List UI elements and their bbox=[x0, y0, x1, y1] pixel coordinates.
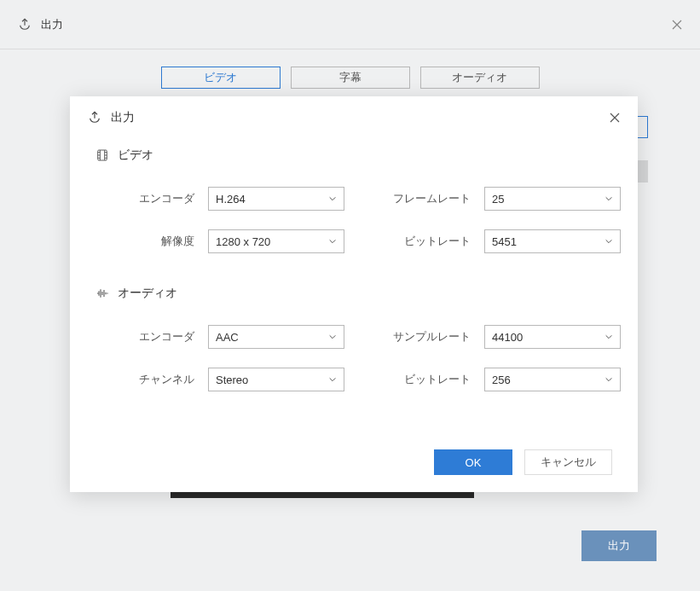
audio-section-title: オーディオ bbox=[118, 286, 177, 301]
film-icon bbox=[95, 148, 109, 162]
modal-footer: OK キャンセル bbox=[70, 444, 638, 492]
video-framerate-label: フレームレート bbox=[355, 191, 474, 206]
video-bitrate-label: ビットレート bbox=[355, 234, 474, 249]
video-encoder-value: H.264 bbox=[216, 193, 246, 206]
video-bitrate-value: 5451 bbox=[492, 235, 517, 248]
chevron-down-icon bbox=[605, 194, 613, 203]
audio-bitrate-select[interactable]: 256 bbox=[484, 368, 621, 391]
audio-encoder-select[interactable]: AAC bbox=[208, 325, 344, 349]
chevron-down-icon bbox=[605, 237, 613, 246]
chevron-down-icon bbox=[605, 333, 613, 341]
cancel-button[interactable]: キャンセル bbox=[524, 449, 612, 475]
cancel-button-label: キャンセル bbox=[541, 455, 596, 470]
audio-channel-label: チャンネル bbox=[95, 372, 198, 387]
video-framerate-select[interactable]: 25 bbox=[484, 187, 621, 211]
chevron-down-icon bbox=[328, 194, 337, 203]
export-icon bbox=[87, 110, 102, 125]
modal-header: 出力 bbox=[70, 96, 638, 139]
video-resolution-value: 1280 x 720 bbox=[216, 235, 270, 248]
close-icon[interactable] bbox=[609, 112, 621, 124]
audio-encoder-value: AAC bbox=[216, 331, 239, 344]
ok-button-label: OK bbox=[466, 456, 482, 469]
audio-channel-select[interactable]: Stereo bbox=[208, 368, 344, 391]
video-resolution-select[interactable]: 1280 x 720 bbox=[208, 229, 344, 253]
audio-section: オーディオ エンコーダ AAC サンプルレート 44100 チャンネル Ster… bbox=[95, 286, 612, 391]
audio-encoder-label: エンコーダ bbox=[95, 329, 198, 345]
video-resolution-label: 解像度 bbox=[95, 234, 198, 249]
export-settings-modal: 出力 ビデオ エンコーダ bbox=[70, 96, 638, 492]
ok-button[interactable]: OK bbox=[434, 449, 512, 475]
audio-samplerate-select[interactable]: 44100 bbox=[484, 325, 621, 349]
audio-channel-value: Stereo bbox=[216, 374, 248, 386]
chevron-down-icon bbox=[328, 237, 337, 246]
waveform-icon bbox=[95, 287, 109, 300]
video-framerate-value: 25 bbox=[492, 193, 504, 206]
chevron-down-icon bbox=[328, 375, 337, 384]
video-encoder-label: エンコーダ bbox=[95, 191, 198, 206]
chevron-down-icon bbox=[605, 375, 613, 384]
audio-samplerate-value: 44100 bbox=[492, 331, 523, 344]
video-section-title: ビデオ bbox=[118, 148, 153, 163]
audio-bitrate-label: ビットレート bbox=[355, 372, 474, 387]
audio-bitrate-value: 256 bbox=[492, 374, 511, 386]
video-section: ビデオ エンコーダ H.264 フレームレート 25 解像度 1280 x 72… bbox=[95, 148, 612, 253]
video-bitrate-select[interactable]: 5451 bbox=[484, 229, 621, 253]
chevron-down-icon bbox=[328, 333, 337, 341]
modal-body: ビデオ エンコーダ H.264 フレームレート 25 解像度 1280 x 72… bbox=[70, 139, 638, 444]
audio-samplerate-label: サンプルレート bbox=[355, 329, 474, 345]
video-encoder-select[interactable]: H.264 bbox=[208, 187, 344, 211]
modal-title: 出力 bbox=[111, 110, 135, 125]
